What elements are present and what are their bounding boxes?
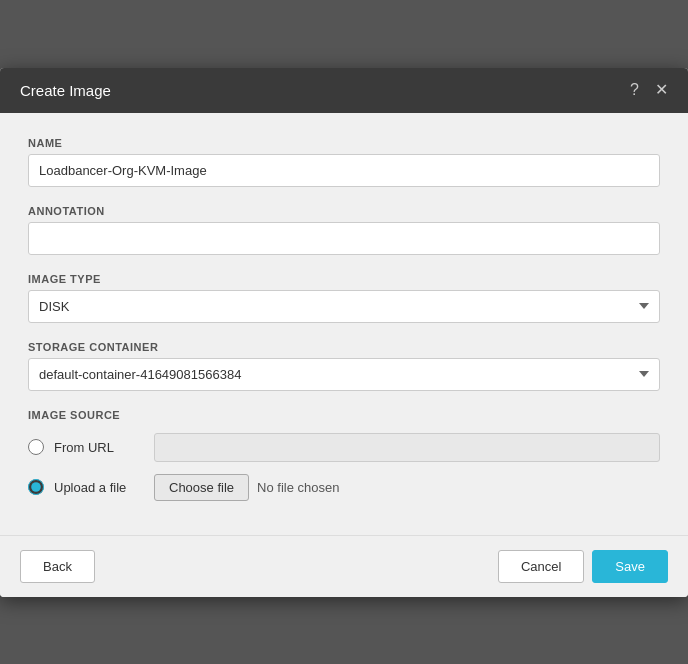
from-url-radio[interactable] bbox=[28, 439, 44, 455]
file-upload-controls: Choose file No file chosen bbox=[154, 474, 339, 501]
image-type-label: IMAGE TYPE bbox=[28, 273, 660, 285]
url-input[interactable] bbox=[154, 433, 660, 462]
header-icons: ? ✕ bbox=[630, 82, 668, 98]
storage-container-label: STORAGE CONTAINER bbox=[28, 341, 660, 353]
help-icon[interactable]: ? bbox=[630, 82, 639, 98]
annotation-label: ANNOTATION bbox=[28, 205, 660, 217]
upload-file-label: Upload a file bbox=[54, 480, 144, 495]
dialog-title: Create Image bbox=[20, 82, 111, 99]
create-image-dialog: Create Image ? ✕ NAME ANNOTATION IMAGE T… bbox=[0, 68, 688, 597]
close-icon[interactable]: ✕ bbox=[655, 82, 668, 98]
choose-file-button[interactable]: Choose file bbox=[154, 474, 249, 501]
name-group: NAME bbox=[28, 137, 660, 187]
upload-file-row: Upload a file Choose file No file chosen bbox=[28, 474, 660, 501]
annotation-input[interactable] bbox=[28, 222, 660, 255]
image-source-group: IMAGE SOURCE From URL Upload a file Choo… bbox=[28, 409, 660, 501]
image-type-group: IMAGE TYPE DISK CDROM DATABLOCK KERNEL R… bbox=[28, 273, 660, 323]
from-url-row: From URL bbox=[28, 433, 660, 462]
dialog-footer: Back Cancel Save bbox=[0, 535, 688, 597]
upload-file-radio[interactable] bbox=[28, 479, 44, 495]
cancel-button[interactable]: Cancel bbox=[498, 550, 584, 583]
image-source-radio-group: From URL Upload a file Choose file No fi… bbox=[28, 433, 660, 501]
footer-left: Back bbox=[20, 550, 95, 583]
dialog-header: Create Image ? ✕ bbox=[0, 68, 688, 113]
save-button[interactable]: Save bbox=[592, 550, 668, 583]
from-url-label: From URL bbox=[54, 440, 144, 455]
back-button[interactable]: Back bbox=[20, 550, 95, 583]
annotation-group: ANNOTATION bbox=[28, 205, 660, 255]
name-input[interactable] bbox=[28, 154, 660, 187]
image-type-select[interactable]: DISK CDROM DATABLOCK KERNEL RAMDISK CONT… bbox=[28, 290, 660, 323]
dialog-body: NAME ANNOTATION IMAGE TYPE DISK CDROM DA… bbox=[0, 113, 688, 535]
footer-right: Cancel Save bbox=[498, 550, 668, 583]
storage-container-group: STORAGE CONTAINER default-container-4164… bbox=[28, 341, 660, 391]
name-label: NAME bbox=[28, 137, 660, 149]
image-source-label: IMAGE SOURCE bbox=[28, 409, 660, 421]
storage-container-select[interactable]: default-container-41649081566384 bbox=[28, 358, 660, 391]
no-file-text: No file chosen bbox=[257, 480, 339, 495]
